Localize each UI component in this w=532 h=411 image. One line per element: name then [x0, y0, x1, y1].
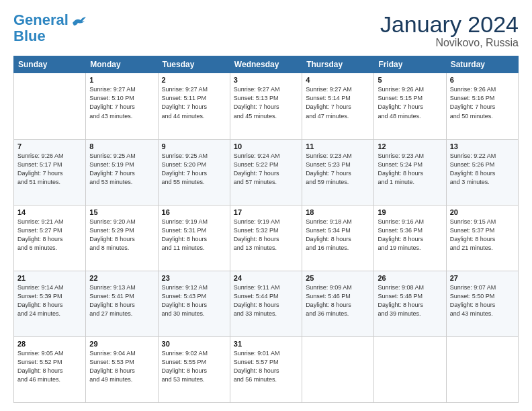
day-info: Sunrise: 9:21 AM Sunset: 5:27 PM Dayligh…: [17, 218, 82, 253]
day-info: Sunrise: 9:20 AM Sunset: 5:29 PM Dayligh…: [89, 218, 154, 253]
table-row: 20Sunrise: 9:15 AM Sunset: 5:37 PM Dayli…: [446, 205, 518, 271]
week-row-3: 21Sunrise: 9:14 AM Sunset: 5:39 PM Dayli…: [14, 271, 519, 336]
day-number: 16: [162, 208, 226, 216]
day-number: 17: [234, 208, 298, 216]
table-row: 14Sunrise: 9:21 AM Sunset: 5:27 PM Dayli…: [14, 205, 86, 271]
day-info: Sunrise: 9:25 AM Sunset: 5:19 PM Dayligh…: [89, 152, 154, 187]
day-number: 21: [17, 274, 82, 282]
table-row: 17Sunrise: 9:19 AM Sunset: 5:32 PM Dayli…: [230, 205, 302, 271]
day-info: Sunrise: 9:09 AM Sunset: 5:46 PM Dayligh…: [306, 283, 370, 318]
day-number: 1: [89, 76, 154, 84]
day-number: 31: [234, 340, 298, 348]
day-info: Sunrise: 9:05 AM Sunset: 5:52 PM Dayligh…: [17, 349, 82, 384]
logo: General Blue: [13, 12, 86, 44]
table-row: 6Sunrise: 9:26 AM Sunset: 5:16 PM Daylig…: [446, 73, 518, 139]
day-info: Sunrise: 9:26 AM Sunset: 5:16 PM Dayligh…: [450, 85, 515, 120]
day-info: Sunrise: 9:16 AM Sunset: 5:36 PM Dayligh…: [378, 218, 442, 253]
day-info: Sunrise: 9:08 AM Sunset: 5:48 PM Dayligh…: [378, 283, 442, 318]
day-info: Sunrise: 9:12 AM Sunset: 5:43 PM Dayligh…: [162, 283, 226, 318]
day-info: Sunrise: 9:26 AM Sunset: 5:17 PM Dayligh…: [17, 152, 82, 187]
logo-bird-icon: [71, 16, 86, 28]
header-saturday: Saturday: [446, 56, 518, 73]
day-number: 18: [306, 208, 370, 216]
day-number: 24: [234, 274, 298, 282]
day-info: Sunrise: 9:14 AM Sunset: 5:39 PM Dayligh…: [17, 283, 82, 318]
header-friday: Friday: [374, 56, 446, 73]
table-row: 18Sunrise: 9:18 AM Sunset: 5:34 PM Dayli…: [302, 205, 374, 271]
day-number: 25: [306, 274, 370, 282]
table-row: 15Sunrise: 9:20 AM Sunset: 5:29 PM Dayli…: [86, 205, 158, 271]
table-row: 5Sunrise: 9:26 AM Sunset: 5:15 PM Daylig…: [374, 73, 446, 139]
table-row: 1Sunrise: 9:27 AM Sunset: 5:10 PM Daylig…: [86, 73, 158, 139]
day-number: 11: [306, 142, 370, 150]
day-info: Sunrise: 9:27 AM Sunset: 5:13 PM Dayligh…: [234, 85, 298, 120]
day-info: Sunrise: 9:27 AM Sunset: 5:11 PM Dayligh…: [162, 85, 226, 120]
day-info: Sunrise: 9:22 AM Sunset: 5:26 PM Dayligh…: [450, 152, 515, 187]
week-row-0: 1Sunrise: 9:27 AM Sunset: 5:10 PM Daylig…: [14, 73, 519, 139]
day-info: Sunrise: 9:27 AM Sunset: 5:14 PM Dayligh…: [306, 85, 370, 120]
day-number: 14: [17, 208, 82, 216]
week-row-1: 7Sunrise: 9:26 AM Sunset: 5:17 PM Daylig…: [14, 139, 519, 205]
day-info: Sunrise: 9:07 AM Sunset: 5:50 PM Dayligh…: [450, 283, 515, 318]
day-info: Sunrise: 9:15 AM Sunset: 5:37 PM Dayligh…: [450, 218, 515, 253]
day-number: 30: [162, 340, 226, 348]
day-info: Sunrise: 9:25 AM Sunset: 5:20 PM Dayligh…: [162, 152, 226, 187]
table-row: 7Sunrise: 9:26 AM Sunset: 5:17 PM Daylig…: [14, 139, 86, 205]
table-row: [302, 336, 374, 402]
day-info: Sunrise: 9:23 AM Sunset: 5:23 PM Dayligh…: [306, 152, 370, 187]
day-info: Sunrise: 9:19 AM Sunset: 5:31 PM Dayligh…: [162, 218, 226, 253]
day-number: 29: [89, 340, 154, 348]
table-row: 23Sunrise: 9:12 AM Sunset: 5:43 PM Dayli…: [158, 271, 230, 336]
calendar-subtitle: Novikovo, Russia: [380, 37, 519, 49]
day-info: Sunrise: 9:27 AM Sunset: 5:10 PM Dayligh…: [89, 85, 154, 120]
day-number: 3: [234, 76, 298, 84]
day-number: 10: [234, 142, 298, 150]
day-number: 2: [162, 76, 226, 84]
page: General Blue January 2024 Novikovo, Russ…: [0, 0, 532, 411]
table-row: 9Sunrise: 9:25 AM Sunset: 5:20 PM Daylig…: [158, 139, 230, 205]
day-info: Sunrise: 9:04 AM Sunset: 5:53 PM Dayligh…: [89, 349, 154, 384]
table-row: 24Sunrise: 9:11 AM Sunset: 5:44 PM Dayli…: [230, 271, 302, 336]
table-row: 13Sunrise: 9:22 AM Sunset: 5:26 PM Dayli…: [446, 139, 518, 205]
logo-line2: Blue: [13, 28, 46, 44]
table-row: [374, 336, 446, 402]
day-info: Sunrise: 9:02 AM Sunset: 5:55 PM Dayligh…: [162, 349, 226, 384]
day-number: 20: [450, 208, 515, 216]
table-row: 25Sunrise: 9:09 AM Sunset: 5:46 PM Dayli…: [302, 271, 374, 336]
week-row-2: 14Sunrise: 9:21 AM Sunset: 5:27 PM Dayli…: [14, 205, 519, 271]
table-row: [446, 336, 518, 402]
table-row: 10Sunrise: 9:24 AM Sunset: 5:22 PM Dayli…: [230, 139, 302, 205]
calendar-table: Sunday Monday Tuesday Wednesday Thursday…: [13, 56, 519, 403]
table-row: 3Sunrise: 9:27 AM Sunset: 5:13 PM Daylig…: [230, 73, 302, 139]
day-number: 5: [378, 76, 442, 84]
table-row: 31Sunrise: 9:01 AM Sunset: 5:57 PM Dayli…: [230, 336, 302, 402]
table-row: [14, 73, 86, 139]
table-row: 16Sunrise: 9:19 AM Sunset: 5:31 PM Dayli…: [158, 205, 230, 271]
logo-line1: General: [13, 11, 69, 28]
day-number: 27: [450, 274, 515, 282]
day-info: Sunrise: 9:01 AM Sunset: 5:57 PM Dayligh…: [234, 349, 298, 384]
day-info: Sunrise: 9:13 AM Sunset: 5:41 PM Dayligh…: [89, 283, 154, 318]
header-row: Sunday Monday Tuesday Wednesday Thursday…: [14, 56, 519, 73]
day-number: 13: [450, 142, 515, 150]
day-number: 6: [450, 76, 515, 84]
table-row: 11Sunrise: 9:23 AM Sunset: 5:23 PM Dayli…: [302, 139, 374, 205]
table-row: 8Sunrise: 9:25 AM Sunset: 5:19 PM Daylig…: [86, 139, 158, 205]
table-row: 27Sunrise: 9:07 AM Sunset: 5:50 PM Dayli…: [446, 271, 518, 336]
calendar-title: January 2024: [380, 12, 519, 37]
day-number: 7: [17, 142, 82, 150]
table-row: 19Sunrise: 9:16 AM Sunset: 5:36 PM Dayli…: [374, 205, 446, 271]
table-row: 22Sunrise: 9:13 AM Sunset: 5:41 PM Dayli…: [86, 271, 158, 336]
table-row: 28Sunrise: 9:05 AM Sunset: 5:52 PM Dayli…: [14, 336, 86, 402]
day-number: 19: [378, 208, 442, 216]
header-tuesday: Tuesday: [158, 56, 230, 73]
day-info: Sunrise: 9:26 AM Sunset: 5:15 PM Dayligh…: [378, 85, 442, 120]
day-info: Sunrise: 9:19 AM Sunset: 5:32 PM Dayligh…: [234, 218, 298, 253]
table-row: 4Sunrise: 9:27 AM Sunset: 5:14 PM Daylig…: [302, 73, 374, 139]
day-number: 22: [89, 274, 154, 282]
table-row: 21Sunrise: 9:14 AM Sunset: 5:39 PM Dayli…: [14, 271, 86, 336]
table-row: 26Sunrise: 9:08 AM Sunset: 5:48 PM Dayli…: [374, 271, 446, 336]
day-info: Sunrise: 9:11 AM Sunset: 5:44 PM Dayligh…: [234, 283, 298, 318]
day-info: Sunrise: 9:24 AM Sunset: 5:22 PM Dayligh…: [234, 152, 298, 187]
header-sunday: Sunday: [14, 56, 86, 73]
